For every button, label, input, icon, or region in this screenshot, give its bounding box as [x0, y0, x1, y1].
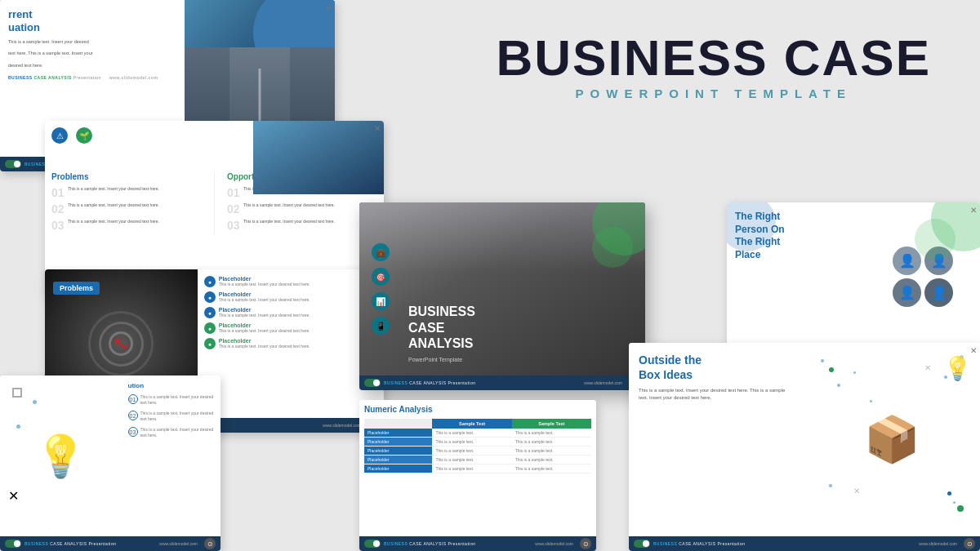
- footer-url: www.slidemodel.com: [535, 541, 573, 546]
- main-title: BUSINESS CASE: [497, 33, 931, 83]
- green-circle-2: [915, 219, 956, 260]
- bullet-dot: ●: [204, 291, 216, 303]
- deco-x: ✕: [8, 488, 19, 504]
- briefcase-icon: 💼: [372, 243, 390, 261]
- close-icon[interactable]: ✕: [970, 346, 977, 355]
- solution-row-3: 03 This is a sample text. Insert your de…: [128, 427, 215, 438]
- subtitle: POWERPOINT TEMPLATE: [497, 87, 931, 100]
- lightbulb-deco: 💡: [943, 355, 972, 382]
- footer-icon: ⊙: [964, 538, 975, 549]
- main-slide-subtitle: PowerPoint Template: [408, 357, 462, 362]
- slide-lightbulb-solution: ✕ 💡 ution 01 This is a sample text. Inse…: [0, 375, 220, 551]
- close-icon[interactable]: ✕: [374, 124, 381, 133]
- deco-dot: [16, 424, 20, 429]
- office-background: 💼 🎯 📊 📱 BUSINESS CASE ANALYSIS PowerPoin…: [359, 202, 645, 375]
- placeholder-row-5: ● Placeholder This is a sample text. Ins…: [204, 338, 377, 349]
- opp-row-2: 02 This is a sample text. Insert your de…: [227, 202, 377, 216]
- outside-box-text: Outside the Box Ideas This is a sample t…: [629, 343, 804, 536]
- placeholder-row-4: ● Placeholder This is a sample text. Ins…: [204, 322, 377, 334]
- sparkle-dot-2: [947, 491, 951, 495]
- numeric-title: Numeric Analysis: [364, 405, 591, 414]
- chart-icon: 📊: [372, 292, 390, 310]
- outside-box-body: This is a sample text. Insert your desir…: [639, 387, 795, 402]
- title-area: BUSINESS CASE POWERPOINT TEMPLATE: [497, 33, 931, 100]
- x-deco: ✕: [853, 487, 860, 495]
- solution-row-1: 01 This is a sample text. Insert your de…: [128, 394, 215, 406]
- footer-toggle: [364, 540, 381, 548]
- leaf-icon: 🌱: [76, 127, 92, 144]
- footer-url: www.slidemodel.com: [584, 380, 622, 385]
- box-illustration: ✕ ✕ 💡 📦: [804, 343, 980, 536]
- target-icon: 🎯: [372, 268, 390, 286]
- branding: BUSINESS CASE ANALYSIS Presentation www.…: [8, 75, 176, 80]
- problems-label: Problems: [53, 282, 100, 295]
- problems-column: Problems 01 This is a sample text. Inser…: [51, 172, 202, 235]
- slide-right-person: The Right Person On The Right Place 👤 👤 …: [727, 202, 980, 366]
- lightbulb-image: ✕ 💡: [0, 375, 122, 536]
- slide-footer: BUSINESS CASE ANALYSIS Presentation www.…: [0, 536, 220, 551]
- slide-footer: BUSINESS CASE ANALYSIS Presentation www.…: [359, 375, 645, 390]
- footer-toggle: [634, 540, 650, 548]
- x-deco: ✕: [924, 363, 931, 372]
- slide-footer: BUSINESS CASE ANALYSIS Presentation www.…: [359, 536, 596, 551]
- footer-branding: BUSINESS CASE ANALYSIS Presentation: [384, 380, 475, 385]
- placeholder-row-3: ● Placeholder This is a sample text. Ins…: [204, 307, 377, 318]
- footer-toggle: [5, 160, 21, 168]
- deco-dot: [33, 400, 37, 404]
- decorative-circles: [882, 202, 980, 300]
- bullet-dot: ●: [204, 307, 216, 318]
- sparkle-dot: [957, 505, 964, 512]
- footer-branding: BUSINESS CASE ANALYSIS Presentation: [24, 541, 116, 546]
- close-icon[interactable]: ✕: [970, 206, 977, 215]
- solution-label: ution: [128, 382, 215, 389]
- bullet-dot: ●: [204, 276, 216, 287]
- lightbulb-icon: 💡: [35, 433, 86, 480]
- footer-toggle: [5, 540, 21, 548]
- table-row: Placeholder This is a sample text. This …: [364, 429, 591, 438]
- footer-url: www.slidemodel.com: [919, 541, 957, 546]
- page-background: BUSINESS CASE POWERPOINT TEMPLATE rrent …: [0, 0, 980, 551]
- placeholder-row-1: ● Placeholder This is a sample text. Ins…: [204, 276, 377, 287]
- problem-row-3: 03 This is a sample text. Insert your de…: [51, 219, 202, 232]
- problems-title: Problems: [51, 172, 202, 181]
- table-header-2: Sample Text: [512, 419, 591, 429]
- column-divider: [214, 172, 215, 235]
- problem-row-2: 02 This is a sample text. Insert your de…: [51, 202, 202, 216]
- table-header-1: Sample Text: [432, 419, 511, 429]
- sparkle-dot-3: [829, 367, 834, 372]
- slide-outside-box: Outside the Box Ideas This is a sample t…: [629, 343, 980, 551]
- opp-row-3: 03 This is a sample text. Insert your de…: [227, 219, 377, 232]
- slide-footer: BUSINESS CASE ANALYSIS Presentation www.…: [629, 536, 980, 551]
- placeholder-row-2: ● Placeholder This is a sample text. Ins…: [204, 291, 377, 303]
- slide-title: rrent uation: [8, 8, 176, 33]
- warning-icon: ⚠: [51, 127, 68, 144]
- slide-main-cover: 💼 🎯 📊 📱 BUSINESS CASE ANALYSIS PowerPoin…: [359, 202, 645, 390]
- table-row: Placeholder This is a sample text. This …: [364, 464, 591, 473]
- table-row: Placeholder This is a sample text. This …: [364, 455, 591, 464]
- feature-icons: 💼 🎯 📊 📱: [372, 243, 390, 335]
- slide-body-text: This is a sample text. Insert your desir…: [8, 38, 176, 45]
- slide-numeric-analysis: Numeric Analysis Sample Text Sample Text…: [359, 400, 596, 551]
- solution-content: ution 01 This is a sample text. Insert y…: [122, 375, 221, 536]
- placeholder-list: ● Placeholder This is a sample text. Ins…: [198, 269, 384, 418]
- green-circle-2: [592, 227, 633, 268]
- table-row: Placeholder This is a sample text. This …: [364, 447, 591, 455]
- close-icon[interactable]: ✕: [325, 3, 332, 12]
- footer-toggle: [364, 379, 381, 387]
- bullet-dot: ●: [204, 322, 216, 334]
- problem-row-1: 01 This is a sample text. Insert your de…: [51, 186, 202, 199]
- footer-icon: ⊙: [580, 538, 591, 549]
- bullet-dot: ●: [204, 338, 216, 349]
- deco-square: [12, 388, 22, 398]
- table-row: Placeholder This is a sample text. This …: [364, 438, 591, 447]
- solution-row-2: 02 This is a sample text. Insert your de…: [128, 411, 215, 422]
- footer-branding: BUSINESS CASE ANALYSIS Presentation: [653, 541, 745, 546]
- numeric-table: Sample Text Sample Text Placeholder This…: [364, 419, 591, 473]
- footer-url: www.slidemodel.com: [323, 423, 361, 428]
- slide-image-area: [253, 121, 384, 194]
- outside-box-title: Outside the Box Ideas: [639, 353, 795, 382]
- footer-branding: BUSINESS CASE ANALYSIS Presentation: [384, 541, 475, 546]
- footer-url: www.slidemodel.com: [159, 541, 198, 546]
- main-slide-title: BUSINESS CASE ANALYSIS: [408, 304, 475, 351]
- footer-icon: ⊙: [204, 538, 216, 549]
